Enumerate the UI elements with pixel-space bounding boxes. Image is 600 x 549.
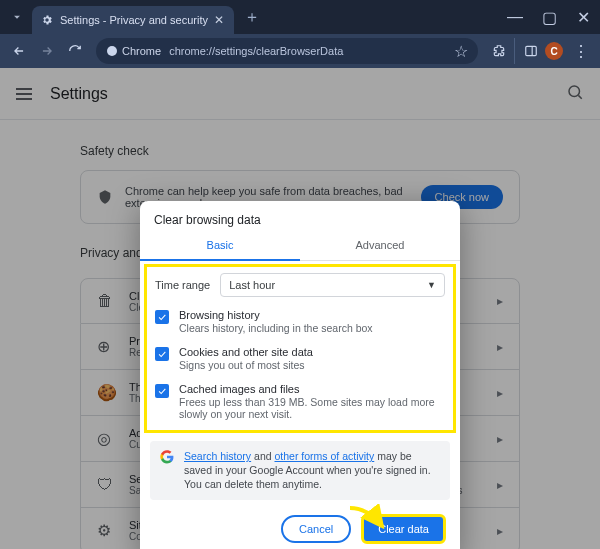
url-text: chrome://settings/clearBrowserData bbox=[169, 45, 446, 57]
side-panel-button[interactable] bbox=[514, 38, 540, 64]
option-cookies[interactable]: Cookies and other site dataSigns you out… bbox=[155, 346, 445, 371]
page: Settings Safety check Chrome can help ke… bbox=[0, 68, 600, 549]
cancel-button[interactable]: Cancel bbox=[281, 515, 351, 543]
profile-avatar[interactable]: C bbox=[545, 42, 563, 60]
checkbox-checked[interactable] bbox=[155, 310, 169, 324]
reload-button[interactable] bbox=[62, 38, 88, 64]
gear-icon bbox=[40, 13, 54, 27]
site-chip[interactable]: Chrome bbox=[106, 45, 161, 57]
dialog-title: Clear browsing data bbox=[140, 201, 460, 231]
maximize-button[interactable]: ▢ bbox=[532, 0, 566, 34]
menu-button[interactable]: ⋮ bbox=[568, 38, 594, 64]
window-controls: — ▢ ✕ bbox=[498, 0, 600, 34]
checkbox-checked[interactable] bbox=[155, 347, 169, 361]
new-tab-button[interactable]: ＋ bbox=[244, 7, 260, 28]
tab-title: Settings - Privacy and security bbox=[60, 14, 208, 26]
svg-point-0 bbox=[107, 46, 117, 56]
forward-button[interactable] bbox=[34, 38, 60, 64]
google-icon bbox=[160, 450, 174, 464]
extensions-button[interactable] bbox=[486, 38, 512, 64]
svg-rect-1 bbox=[525, 46, 536, 55]
option-cached[interactable]: Cached images and filesFrees up less tha… bbox=[155, 383, 445, 420]
dialog-tabs: Basic Advanced bbox=[140, 231, 460, 261]
clear-browsing-data-dialog: Clear browsing data Basic Advanced Time … bbox=[140, 201, 460, 549]
tab-basic[interactable]: Basic bbox=[140, 231, 300, 261]
option-browsing-history[interactable]: Browsing historyClears history, includin… bbox=[155, 309, 445, 334]
info-box: Search history and other forms of activi… bbox=[150, 441, 450, 500]
time-range-label: Time range bbox=[155, 279, 210, 291]
checkbox-checked[interactable] bbox=[155, 384, 169, 398]
titlebar: Settings - Privacy and security ✕ ＋ — ▢ … bbox=[0, 0, 600, 34]
toolbar: Chrome chrome://settings/clearBrowserDat… bbox=[0, 34, 600, 68]
info-text: Search history and other forms of activi… bbox=[184, 449, 440, 492]
back-button[interactable] bbox=[6, 38, 32, 64]
site-chip-label: Chrome bbox=[122, 45, 161, 57]
chevron-down-icon: ▼ bbox=[427, 280, 436, 290]
time-range-value: Last hour bbox=[229, 279, 275, 291]
options-highlight: Time range Last hour ▼ Browsing historyC… bbox=[144, 264, 456, 433]
browser-tab[interactable]: Settings - Privacy and security ✕ bbox=[32, 6, 234, 34]
address-bar[interactable]: Chrome chrome://settings/clearBrowserDat… bbox=[96, 38, 478, 64]
minimize-button[interactable]: — bbox=[498, 0, 532, 34]
time-range-select[interactable]: Last hour ▼ bbox=[220, 273, 445, 297]
tab-advanced[interactable]: Advanced bbox=[300, 231, 460, 261]
link-search-history[interactable]: Search history bbox=[184, 450, 251, 462]
bookmark-icon[interactable]: ☆ bbox=[454, 42, 468, 61]
clear-data-button[interactable]: Clear data bbox=[361, 514, 446, 544]
close-tab-icon[interactable]: ✕ bbox=[214, 13, 224, 27]
link-other-activity[interactable]: other forms of activity bbox=[274, 450, 374, 462]
close-window-button[interactable]: ✕ bbox=[566, 0, 600, 34]
tab-search-dropdown[interactable] bbox=[2, 2, 32, 32]
